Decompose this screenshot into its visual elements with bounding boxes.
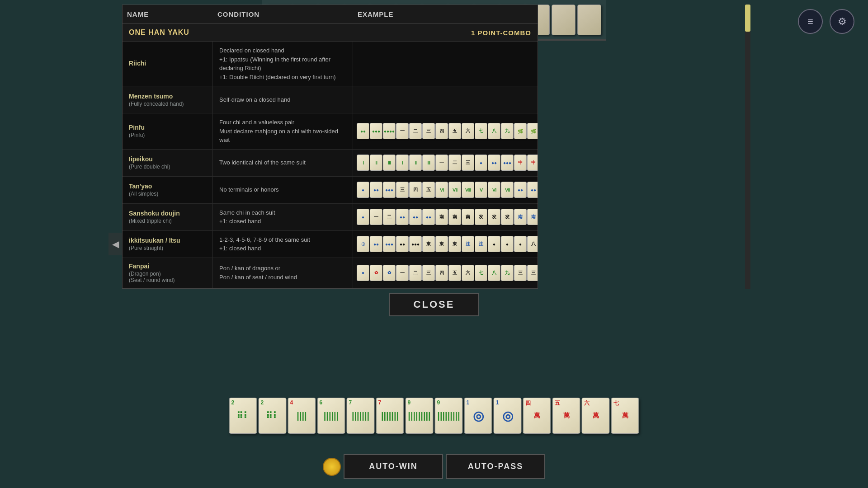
auto-win-label: AUTO-WIN xyxy=(369,462,418,471)
hand-tile[interactable]: 四 萬 xyxy=(523,398,551,434)
mahjong-tile: 发 xyxy=(475,209,487,225)
mahjong-tile: Ⅲ xyxy=(383,155,396,171)
hand-tile[interactable]: 7 ||||||| xyxy=(347,398,375,434)
mahjong-tile: Ⅰ xyxy=(396,155,409,171)
hand-tile[interactable]: 9 ||||||||| xyxy=(406,398,434,434)
hand-tile[interactable]: 2 ⠿⠇ xyxy=(259,398,287,434)
yaku-condition: Pon / kan of dragons orPon / kan of seat… xyxy=(219,264,346,282)
yaku-name: Menzen tsumo xyxy=(129,93,206,100)
section-title: ONE HAN YAKU xyxy=(129,28,189,37)
mahjong-tile: ●●● xyxy=(383,236,396,252)
yaku-name: Sanshoku doujin xyxy=(129,210,206,217)
hand-tile[interactable]: 6 |||||| xyxy=(317,398,345,434)
settings-button[interactable]: ⚙ xyxy=(830,9,854,34)
mahjong-tile: 发 xyxy=(501,209,514,225)
yaku-example-cell: ● ●● ●●● 三 四 五 Ⅵ Ⅶ Ⅷ Ⅴ Ⅵ Ⅶ ●● ●● xyxy=(353,177,538,203)
mahjong-tile: 七 xyxy=(475,123,487,139)
tile-number: 2 xyxy=(231,399,235,406)
coin-icon xyxy=(323,458,341,476)
mahjong-tile: Ⅵ xyxy=(488,182,500,198)
tile-icon: 萬 xyxy=(593,412,599,420)
mahjong-tile: 中 xyxy=(527,155,538,171)
auto-pass-label: AUTO-PASS xyxy=(468,462,523,471)
hand-tile[interactable]: 9 ||||||||| xyxy=(435,398,463,434)
mahjong-tile: Ⅲ xyxy=(422,155,435,171)
table-row: Sanshoku doujin (Mixed tripple chi) Same… xyxy=(123,204,538,231)
yaku-condition: 1-2-3, 4-5-6, 7-8-9 of the same suit+1: … xyxy=(219,235,346,253)
close-button[interactable]: CLOSE xyxy=(389,293,479,316)
tile-icon: ||||||||| xyxy=(437,411,460,421)
yaku-condition: Four chi and a valueless pairMust declar… xyxy=(219,118,346,145)
tile-number: 2 xyxy=(261,399,264,406)
mahjong-tile: Ⅴ xyxy=(475,182,487,198)
mahjong-tile: Ⅱ xyxy=(370,155,382,171)
tile-icon: ||||||| xyxy=(352,411,369,421)
hand-tile[interactable]: 五 萬 xyxy=(552,398,580,434)
scrollbar-thumb[interactable] xyxy=(745,5,750,32)
mahjong-tile: 六 xyxy=(462,265,474,281)
mahjong-tile: 二 xyxy=(383,209,396,225)
mahjong-tile: 三 xyxy=(514,265,527,281)
tile-number: 四 xyxy=(525,399,531,407)
mahjong-tile: 注 xyxy=(475,236,487,252)
hand-tile[interactable]: 六 萬 xyxy=(582,398,610,434)
tile-icon: |||||| xyxy=(324,411,339,421)
yaku-condition-cell: Four chi and a valueless pairMust declar… xyxy=(213,113,353,149)
table-header: NAME CONDITION EXAMPLE xyxy=(123,5,538,24)
left-panel-arrow[interactable]: ◀ xyxy=(108,233,122,255)
auto-pass-button[interactable]: AUTO-PASS xyxy=(446,454,545,479)
yaku-name-cell: Tan'yao (All simples) xyxy=(123,177,213,203)
bottom-action-bar: AUTO-WIN AUTO-PASS xyxy=(323,454,545,479)
mahjong-tile: ● xyxy=(475,155,487,171)
yaku-subname: (Fully concealed hand) xyxy=(129,101,206,107)
mahjong-tile: ●●● xyxy=(370,123,382,139)
yaku-name-cell: ikkitsuukan / Itsu (Pure straight) xyxy=(123,231,213,258)
tile-number: 9 xyxy=(408,399,411,406)
mahjong-tile: 🌿 xyxy=(514,123,527,139)
hand-tile[interactable]: 2 ⠿⠇ xyxy=(229,398,257,434)
tile-icon: ||||||| xyxy=(381,411,399,421)
log-button[interactable]: ≡ xyxy=(798,9,823,34)
mahjong-tile: ●● xyxy=(396,236,409,252)
yaku-condition-cell: 1-2-3, 4-5-6, 7-8-9 of the same suit+1: … xyxy=(213,231,353,258)
hand-tile[interactable]: 7 ||||||| xyxy=(376,398,404,434)
yaku-condition: Two identical chi of the same suit xyxy=(219,158,346,167)
yaku-subname: (All simples) xyxy=(129,191,206,197)
mahjong-tile: 一 xyxy=(396,265,409,281)
scrollbar-track[interactable] xyxy=(745,5,750,289)
mahjong-tile: ●● xyxy=(527,182,538,198)
yaku-condition-cell: Same chi in each suit+1: closed hand xyxy=(213,204,353,230)
hand-tile[interactable]: 1 ◎ xyxy=(464,398,492,434)
yaku-example-cell: ●● ●●● ●●●● 一 二 三 四 五 六 七 八 九 🌿 🌿 xyxy=(353,113,538,149)
tile-icon: ⠿⠇ xyxy=(236,410,250,421)
yaku-condition-cell: Two identical chi of the same suit xyxy=(213,150,353,176)
mahjong-tile: 八 xyxy=(527,236,538,252)
hand-tile[interactable]: 4 |||| xyxy=(288,398,316,434)
section-header: ONE HAN YAKU 1 POINT-COMBO xyxy=(123,24,538,42)
mahjong-tile: 二 xyxy=(448,155,461,171)
yaku-name-cell: Fanpai (Dragon pon) (Seat / round wind) xyxy=(123,258,213,288)
yaku-name-cell: Sanshoku doujin (Mixed tripple chi) xyxy=(123,204,213,230)
auto-win-button[interactable]: AUTO-WIN xyxy=(344,454,443,479)
mahjong-tile: 🌿 xyxy=(527,123,538,139)
gear-icon: ⚙ xyxy=(838,16,847,28)
header-example: EXAMPLE xyxy=(358,10,533,18)
table-row: Iipeikou (Pure double chi) Two identical… xyxy=(123,150,538,177)
mahjong-tile: 七 xyxy=(475,265,487,281)
mahjong-tile: ●●● xyxy=(409,236,422,252)
yaku-subname: (Pure straight) xyxy=(129,245,206,251)
header-name: NAME xyxy=(127,10,217,18)
example-tiles: Ⅰ Ⅱ Ⅲ Ⅰ Ⅱ Ⅲ 一 二 三 ● ●● ●●● 中 中 xyxy=(357,155,538,171)
mahjong-tile: ●● xyxy=(514,182,527,198)
yaku-name: Iipeikou xyxy=(129,155,206,163)
mahjong-tile: 六 xyxy=(462,123,474,139)
mahjong-tile: 一 xyxy=(435,155,448,171)
yaku-example-cell xyxy=(353,86,538,113)
mahjong-tile: 三 xyxy=(422,265,435,281)
mahjong-tile: ●● xyxy=(409,209,422,225)
hand-tile[interactable]: 1 ◎ xyxy=(494,398,522,434)
hand-tile[interactable]: 七 萬 xyxy=(611,398,639,434)
yaku-condition-cell: Self-draw on a closed hand xyxy=(213,86,353,113)
mahjong-tile: ●●● xyxy=(501,155,514,171)
tile-icon: 萬 xyxy=(563,412,570,420)
